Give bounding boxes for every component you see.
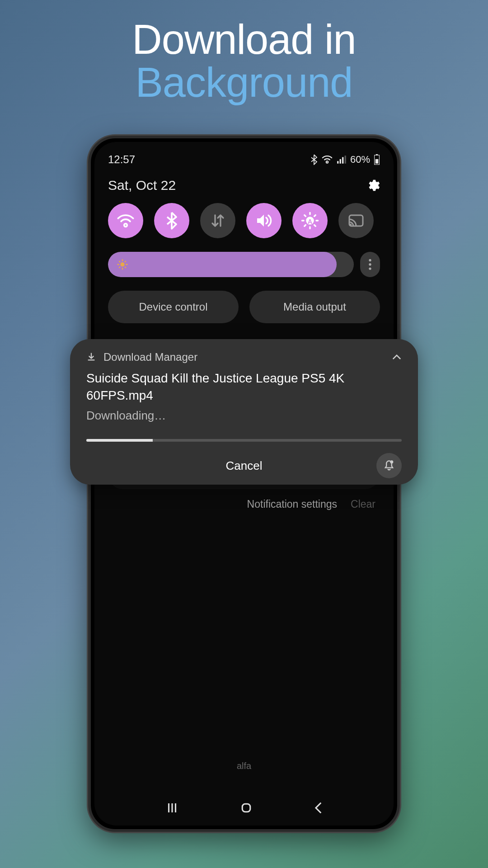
svg-text:A: A <box>308 218 312 225</box>
svg-rect-6 <box>375 159 379 164</box>
svg-rect-1 <box>340 159 341 164</box>
svg-line-24 <box>119 261 120 262</box>
svg-point-28 <box>369 259 371 261</box>
status-time: 12:57 <box>108 153 135 166</box>
svg-point-30 <box>369 268 371 270</box>
notification-title: Suicide Squad Kill the Justice League PS… <box>86 370 402 404</box>
brightness-fill <box>108 252 337 277</box>
download-progress-fill <box>86 439 153 442</box>
cast-toggle[interactable] <box>338 203 374 238</box>
bluetooth-icon <box>310 154 318 165</box>
nav-home-button[interactable] <box>239 801 253 815</box>
signal-icon <box>337 155 347 164</box>
media-output-button[interactable]: Media output <box>249 291 380 323</box>
svg-rect-3 <box>345 156 346 164</box>
notification-settings-button[interactable]: Notification settings <box>247 498 337 510</box>
download-notification[interactable]: Download Manager Suicide Squad Kill the … <box>70 339 418 485</box>
download-progress-bar <box>86 439 402 442</box>
bell-button[interactable] <box>376 453 402 478</box>
svg-line-25 <box>125 267 126 268</box>
svg-rect-35 <box>242 804 250 812</box>
gear-icon[interactable] <box>366 178 380 193</box>
sun-icon <box>116 258 129 271</box>
svg-line-27 <box>125 261 126 262</box>
svg-point-36 <box>390 460 393 463</box>
download-icon <box>86 352 96 362</box>
chevron-up-icon[interactable] <box>392 354 402 360</box>
auto-brightness-toggle[interactable]: A <box>292 203 328 238</box>
battery-percent: 60% <box>350 154 370 165</box>
brightness-row <box>94 238 394 277</box>
svg-point-18 <box>350 224 352 226</box>
control-buttons: Device control Media output <box>94 277 394 323</box>
svg-point-19 <box>120 262 124 266</box>
svg-line-14 <box>305 225 306 226</box>
mobile-data-toggle[interactable] <box>200 203 235 238</box>
nav-back-button[interactable] <box>314 801 323 815</box>
svg-rect-0 <box>337 161 338 164</box>
notification-app-name: Download Manager <box>103 351 385 363</box>
date-settings-row: Sat, Oct 22 <box>94 170 394 203</box>
wifi-icon <box>321 155 333 164</box>
brightness-slider[interactable] <box>108 252 354 277</box>
device-control-button[interactable]: Device control <box>108 291 239 323</box>
nav-recents-button[interactable] <box>165 801 179 815</box>
battery-icon <box>374 154 380 165</box>
bluetooth-toggle[interactable] <box>154 203 189 238</box>
bottom-actions: Notification settings Clear <box>94 489 394 519</box>
wifi-toggle[interactable] <box>108 203 143 238</box>
svg-line-12 <box>305 215 306 217</box>
brightness-more-button[interactable] <box>360 252 380 277</box>
date-text: Sat, Oct 22 <box>108 178 176 193</box>
hero-line2: Background <box>0 59 488 106</box>
svg-line-26 <box>119 267 120 268</box>
cancel-button[interactable]: Cancel <box>86 459 402 473</box>
navigation-bar <box>94 801 394 815</box>
svg-line-15 <box>314 215 316 217</box>
notification-actions: Cancel <box>86 459 402 473</box>
sound-toggle[interactable] <box>246 203 282 238</box>
quick-toggles: A <box>94 203 394 238</box>
hero-line1: Download in <box>0 16 488 63</box>
notification-status: Downloading… <box>86 409 402 423</box>
svg-line-13 <box>314 225 316 226</box>
notification-header: Download Manager <box>86 351 402 363</box>
svg-rect-2 <box>342 157 343 164</box>
watermark: alfa <box>94 761 394 771</box>
svg-point-29 <box>369 263 371 265</box>
status-icons: 60% <box>310 154 380 165</box>
clear-button[interactable]: Clear <box>351 498 375 510</box>
hero-title: Download in Background <box>0 0 488 106</box>
status-bar: 12:57 60% <box>94 142 394 170</box>
